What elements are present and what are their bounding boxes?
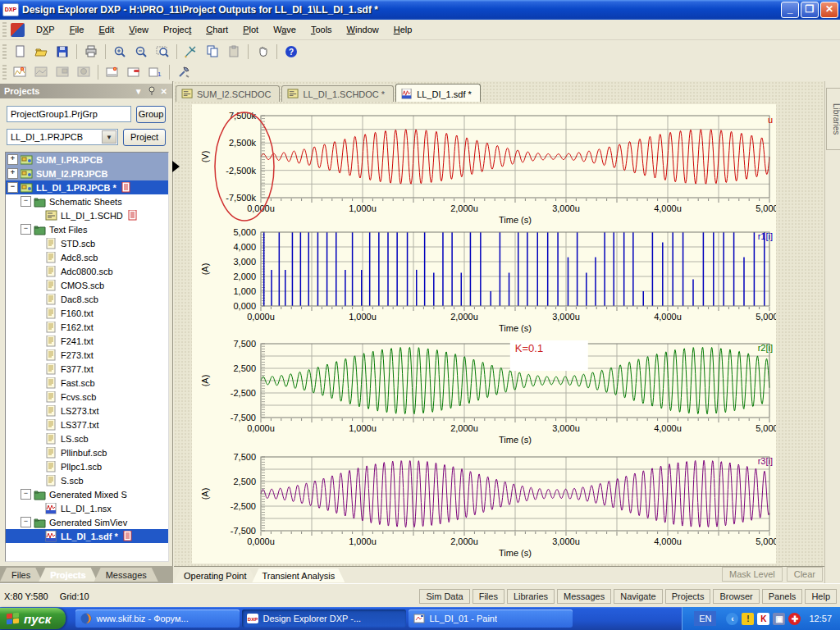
chart-r2i[interactable]: 7,5002,500-2,500-7,5000,000u1,000u2,000u… — [192, 339, 776, 445]
tree-item-text-files[interactable]: −Text Files — [6, 222, 168, 236]
analysis-tab-operating-point[interactable]: Operating Point — [174, 568, 256, 582]
tree-item-generated-simviev[interactable]: −Generated SimViev — [6, 515, 168, 529]
waveform-sheet[interactable]: 7,500k2,500k-2,500k-7,500k0,000u1,000u2,… — [192, 104, 776, 564]
tree-item-pllinbuf-scb[interactable]: Pllinbuf.scb — [6, 445, 168, 459]
tree-expander[interactable]: − — [21, 517, 31, 527]
cross-probe-icon[interactable] — [181, 43, 201, 61]
minimize-button[interactable]: _ — [781, 2, 799, 18]
doc-tab-ll-di-1-sdf-[interactable]: LL_DI_1.sdf * — [395, 84, 481, 102]
select-arrow-icon[interactable]: ▼ — [102, 130, 116, 144]
chart-remove-plot-icon[interactable] — [124, 63, 144, 81]
taskbar-task-www-skif-biz-[interactable]: www.skif.biz - Форум... — [75, 609, 240, 628]
new-document-icon[interactable] — [10, 43, 30, 61]
status-button-files[interactable]: Files — [472, 589, 504, 604]
status-button-help[interactable]: Help — [805, 589, 837, 604]
menu-plot[interactable]: Plot — [235, 22, 266, 37]
doc-tab-ll-di-1-schdoc-[interactable]: LL_DI_1.SCHDOC * — [281, 85, 394, 102]
print-icon[interactable] — [81, 43, 101, 61]
chevron-down-icon[interactable]: ▼ — [135, 87, 143, 96]
chart-numbers-icon[interactable]: 123 — [145, 63, 165, 81]
start-button[interactable]: пуск — [0, 608, 66, 629]
status-button-messages[interactable]: Messages — [557, 589, 611, 604]
tree-item-fcvs-scb[interactable]: Fcvs.scb — [6, 390, 168, 404]
tree-item-schematic-sheets[interactable]: −Schematic Sheets — [6, 194, 168, 208]
paste-icon[interactable] — [224, 43, 244, 61]
tree-item-f273-txt[interactable]: F273.txt — [6, 348, 168, 362]
zoom-in-icon[interactable] — [110, 43, 130, 61]
panel-tab-messages[interactable]: Messages — [94, 568, 158, 582]
tree-expander[interactable]: − — [21, 489, 31, 500]
status-button-panels[interactable]: Panels — [762, 589, 803, 604]
tree-item-cmos-scb[interactable]: CMOS.scb — [6, 278, 168, 292]
collapse-arrow-icon[interactable]: ‹ — [726, 613, 738, 625]
menu-project[interactable]: Project — [156, 22, 199, 37]
tree-item-adc0800-scb[interactable]: Adc0800.scb — [6, 264, 168, 278]
toolbar-grip[interactable] — [2, 65, 7, 80]
tree-item-ls-scb[interactable]: LS.scb — [6, 431, 168, 445]
menu-wave[interactable]: Wave — [266, 22, 304, 37]
help-icon[interactable]: ? — [281, 43, 301, 61]
status-button-navigate[interactable]: Navigate — [614, 589, 662, 604]
menu-window[interactable]: Window — [340, 22, 386, 37]
clear-button[interactable]: Clear — [787, 567, 823, 582]
pin-icon[interactable] — [148, 86, 156, 97]
zoom-out-icon[interactable] — [131, 43, 151, 61]
language-indicator[interactable]: EN — [694, 611, 716, 626]
group-button[interactable]: Group — [136, 106, 166, 123]
sim-chart-icon[interactable] — [10, 63, 30, 81]
tree-item-ll-di-1-nsx[interactable]: LL_DI_1.nsx — [6, 501, 168, 515]
tree-item-generated-mixed-s[interactable]: −Generated Mixed S — [6, 487, 168, 501]
menu-dxp[interactable]: DXP — [29, 22, 62, 37]
project-select[interactable]: LL_DI_1.PRJPCB ▼ — [7, 129, 118, 145]
tree-item-ls273-txt[interactable]: LS273.txt — [6, 404, 168, 418]
kaspersky-icon[interactable]: K — [757, 613, 769, 625]
tree-item-dac8-scb[interactable]: Dac8.scb — [6, 292, 168, 306]
status-button-projects[interactable]: Projects — [665, 589, 711, 604]
libraries-tab[interactable]: Libraries — [826, 88, 840, 150]
status-button-browser[interactable]: Browser — [713, 589, 759, 604]
chart-new-plot-icon[interactable] — [103, 63, 122, 81]
menu-view[interactable]: View — [121, 22, 156, 37]
tree-item-f241-txt[interactable]: F241.txt — [6, 334, 168, 348]
tree-expander[interactable]: + — [7, 168, 18, 179]
open-document-icon[interactable] — [31, 43, 51, 61]
tree-item-f160-txt[interactable]: F160.txt — [6, 306, 168, 320]
chart-r3i[interactable]: 7,5002,500-2,500-7,5000,000u1,000u2,000u… — [192, 452, 776, 559]
close-icon[interactable]: ✕ — [161, 87, 167, 96]
pan-icon[interactable] — [253, 43, 272, 61]
taskbar-task-ll-di-01-paint[interactable]: LL_DI_01 - Paint — [409, 609, 573, 628]
dxp-logo-icon[interactable] — [11, 23, 25, 37]
toolbar-grip[interactable] — [2, 44, 7, 59]
menu-file[interactable]: File — [62, 22, 92, 37]
tree-item-ll-di-1-prjpcb-[interactable]: −LL_DI_1.PRJPCB * — [6, 180, 168, 194]
menu-edit[interactable]: Edit — [91, 22, 121, 37]
network-icon[interactable]: ▣ — [773, 613, 785, 625]
chart-r1i[interactable]: 5,0004,0003,0002,0001,0000,0000,000u1,00… — [192, 227, 776, 334]
clock[interactable]: 12:57 — [809, 614, 832, 623]
panel-tab-projects[interactable]: Projects — [39, 568, 97, 582]
analysis-tab-transient-analysis[interactable]: Transient Analysis — [252, 568, 345, 582]
sim-grid-2-icon[interactable] — [52, 63, 72, 81]
tree-item-adc8-scb[interactable]: Adc8.scb — [6, 250, 168, 264]
signal-label-r1i[interactable]: r1[i] — [758, 231, 773, 241]
menu-help[interactable]: Help — [386, 22, 420, 37]
signal-label-u[interactable]: u — [768, 115, 773, 125]
tree-item-f162-txt[interactable]: F162.txt — [6, 320, 168, 334]
sim-grid-1-icon[interactable] — [31, 63, 51, 81]
tree-item-f377-txt[interactable]: F377.txt — [6, 362, 168, 376]
tree-item-pllpc1-scb[interactable]: Pllpc1.scb — [6, 459, 168, 473]
project-button[interactable]: Project — [123, 129, 166, 146]
panel-tab-files[interactable]: Files — [0, 568, 42, 582]
tree-item-sum-i2-prjpcb[interactable]: +SUM_I2.PRJPCB — [6, 167, 168, 180]
save-icon[interactable] — [52, 43, 72, 61]
status-button-libraries[interactable]: Libraries — [507, 589, 555, 604]
panel-collapse-arrow[interactable] — [172, 161, 180, 172]
alert-shield-icon[interactable]: ! — [742, 613, 754, 625]
signal-label-r3i[interactable]: r3[i] — [758, 456, 773, 466]
security-shield-icon[interactable]: ✚ — [788, 613, 801, 625]
tree-item-ll-di-1-schd[interactable]: LL_DI_1.SCHD — [6, 208, 168, 222]
tree-item-ls377-txt[interactable]: LS377.txt — [6, 418, 168, 431]
tree-expander[interactable]: − — [21, 224, 31, 235]
tree-expander[interactable]: − — [21, 196, 31, 207]
signal-label-r2i[interactable]: r2[i] — [758, 343, 773, 353]
